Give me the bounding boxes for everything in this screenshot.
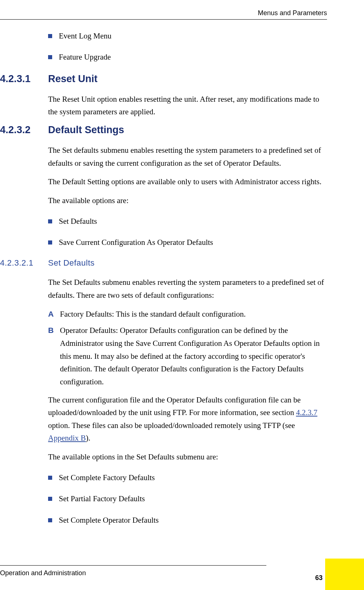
subsection-heading-set-defaults: 4.2.3.2.1 Set Defaults [0,258,327,268]
page-footer: Operation and Administration [0,565,327,577]
xref-link-appendix-b[interactable]: Appendix B [48,434,86,442]
letter-text: Operator Defaults: Operator Defaults con… [60,324,327,388]
bullet-text: Save Current Configuration As Operator D… [59,237,213,248]
text-fragment: ). [86,434,90,442]
bullet-text: Set Complete Factory Defaults [59,472,155,483]
list-item: Feature Upgrade [48,52,327,63]
paragraph: The Set defaults submenu enables resetti… [48,144,327,169]
list-item: Save Current Configuration As Operator D… [48,237,327,248]
square-bullet-icon [48,219,52,223]
bullet-text: Feature Upgrade [59,52,111,63]
letter-marker: A [48,308,60,321]
text-fragment: option. These files can also be uploaded… [48,421,295,430]
yellow-tab [325,559,364,590]
header-rule [0,19,327,20]
letter-text: Factory Defaults: This is the standard d… [60,308,246,321]
bullet-text: Set Complete Operator Defaults [59,515,159,526]
square-bullet-icon [48,55,52,59]
list-item: Set Complete Factory Defaults [48,472,327,483]
square-bullet-icon [48,240,52,245]
bullet-text: Set Defaults [59,216,97,227]
paragraph-with-links: The current configuration file and the O… [48,394,327,445]
paragraph: The Set Defaults submenu enables reverti… [48,276,327,301]
square-bullet-icon [48,518,52,522]
text-fragment: The current configuration file and the O… [48,395,301,417]
paragraph: The Default Setting options are availabl… [48,175,327,188]
header-right-text: Menus and Parameters [0,7,327,17]
footer-rule [0,565,266,566]
paragraph: The Reset Unit option enables resetting … [48,93,327,118]
section-heading-default-settings: 4.2.3.2 Default Settings [0,124,327,136]
section-title: Default Settings [48,124,124,136]
subsection-number: 4.2.3.2.1 [0,258,48,268]
section-number: 4.2.3.1 [0,73,48,85]
intro-bullets: Event Log Menu Feature Upgrade [48,31,327,63]
list-item: Set Complete Operator Defaults [48,515,327,526]
square-bullet-icon [48,497,52,501]
section-title: Reset Unit [48,73,98,85]
page-number: 63 [315,574,323,582]
list-item: Set Partial Factory Defaults [48,493,327,504]
list-item: Event Log Menu [48,31,327,41]
square-bullet-icon [48,476,52,480]
paragraph: The available options are: [48,194,327,207]
list-item: A Factory Defaults: This is the standard… [48,308,327,321]
list-item: B Operator Defaults: Operator Defaults c… [48,324,327,388]
letter-list: A Factory Defaults: This is the standard… [48,308,327,388]
section-heading-reset-unit: 4.2.3.1 Reset Unit [0,73,327,85]
list-item: Set Defaults [48,216,327,227]
subsection-title: Set Defaults [48,258,95,268]
subsection-bullets: Set Complete Factory Defaults Set Partia… [48,472,327,526]
bullet-text: Event Log Menu [59,31,111,41]
section2-bullets: Set Defaults Save Current Configuration … [48,216,327,248]
xref-link-4237[interactable]: 4.2.3.7 [296,408,317,417]
square-bullet-icon [48,34,52,38]
letter-marker: B [48,324,60,337]
paragraph: The available options in the Set Default… [48,451,327,463]
footer-left-text: Operation and Administration [0,569,327,577]
section-number: 4.2.3.2 [0,124,48,136]
bullet-text: Set Partial Factory Defaults [59,493,145,504]
